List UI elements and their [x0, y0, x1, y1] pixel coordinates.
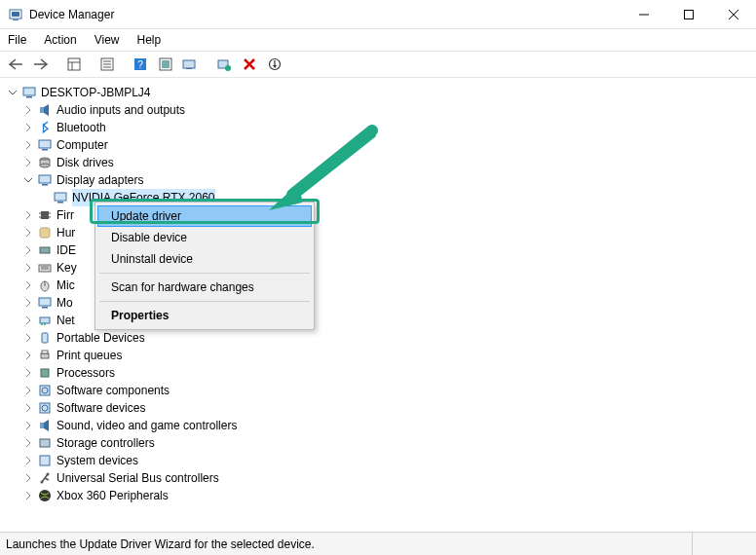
expander-icon[interactable] [21, 226, 35, 240]
device-category-icon [37, 453, 53, 468]
ctx-uninstall-device[interactable]: Uninstall device [97, 248, 312, 270]
category-label: Computer [57, 136, 108, 154]
tree-category[interactable]: Print queues [6, 347, 754, 364]
svg-rect-64 [40, 423, 44, 428]
expander-icon[interactable] [21, 401, 35, 415]
tree-category[interactable]: Xbox 360 Peripherals [6, 487, 754, 504]
expander-icon[interactable] [21, 454, 35, 467]
svg-rect-4 [685, 10, 694, 18]
category-label: Software components [57, 382, 170, 399]
device-category-icon [37, 225, 53, 240]
category-label: System devices [57, 452, 138, 469]
maximize-button[interactable] [666, 0, 711, 29]
expander-icon[interactable] [21, 296, 35, 310]
tree-category[interactable]: Software components [6, 382, 754, 399]
update-driver-button[interactable] [179, 53, 203, 76]
category-label: Sound, video and game controllers [57, 417, 237, 434]
tree-category[interactable]: Universal Serial Bus controllers [6, 469, 754, 487]
category-label: Firr [57, 206, 74, 224]
svg-point-34 [40, 164, 50, 167]
expander-icon[interactable] [21, 103, 35, 117]
menu-help[interactable]: Help [137, 33, 162, 47]
tree-category[interactable]: Processors [6, 364, 754, 382]
category-label: Net [57, 312, 75, 329]
disable-button[interactable] [263, 53, 286, 76]
category-label: Disk drives [57, 154, 114, 171]
svg-rect-38 [57, 202, 63, 204]
computer-icon [21, 85, 37, 100]
category-label: Storage controllers [57, 434, 155, 452]
expander-icon[interactable] [21, 489, 35, 502]
svg-marker-65 [44, 420, 49, 431]
svg-rect-45 [40, 247, 50, 253]
svg-rect-31 [42, 149, 48, 151]
device-category-icon [37, 365, 53, 381]
tree-category[interactable]: Sound, video and game controllers [6, 417, 754, 434]
svg-point-72 [39, 490, 51, 501]
forward-button[interactable] [29, 53, 53, 76]
expander-icon[interactable] [21, 349, 35, 362]
category-label: Xbox 360 Peripherals [57, 487, 169, 504]
expander-icon[interactable] [21, 121, 35, 134]
tree-category[interactable]: Bluetooth [6, 119, 754, 136]
help-button[interactable]: ? [129, 53, 152, 76]
expander-icon[interactable] [21, 138, 35, 152]
menu-view[interactable]: View [94, 33, 120, 47]
tree-category[interactable]: Disk drives [6, 154, 754, 171]
status-text: Launches the Update Driver Wizard for th… [6, 537, 692, 551]
tree-root[interactable]: DESKTOP-JBMPLJ4 [6, 84, 754, 101]
expander-icon[interactable] [21, 366, 35, 380]
svg-rect-37 [55, 193, 66, 201]
tree-category[interactable]: Software devices [6, 399, 754, 417]
svg-rect-57 [41, 353, 49, 358]
svg-marker-25 [273, 65, 277, 68]
menu-action[interactable]: Action [44, 33, 76, 47]
ctx-update-driver[interactable]: Update driver [97, 205, 312, 227]
tree-category[interactable]: System devices [6, 452, 754, 469]
svg-line-6 [729, 10, 738, 19]
tree-category[interactable]: Computer [6, 136, 754, 154]
expander-icon[interactable] [21, 173, 35, 187]
back-button[interactable] [4, 53, 27, 76]
tree-category[interactable]: Audio inputs and outputs [6, 101, 754, 119]
expander-icon[interactable] [21, 243, 35, 257]
uninstall-button[interactable] [238, 53, 261, 76]
ctx-disable-device[interactable]: Disable device [97, 227, 312, 248]
svg-rect-66 [40, 439, 50, 447]
expander-icon[interactable] [21, 208, 35, 222]
device-category-icon [37, 155, 53, 170]
device-category-icon [37, 488, 53, 503]
context-menu: Update driver Disable device Uninstall d… [94, 202, 315, 330]
svg-rect-28 [40, 107, 44, 113]
ctx-scan-hardware[interactable]: Scan for hardware changes [97, 277, 312, 298]
expander-icon[interactable] [21, 314, 35, 327]
device-category-icon [37, 435, 53, 451]
menu-file[interactable]: File [8, 33, 26, 47]
expander-icon[interactable] [21, 436, 35, 450]
svg-rect-27 [26, 96, 32, 98]
show-hide-tree-button[interactable] [62, 53, 86, 76]
show-hidden-devices-button[interactable] [154, 53, 177, 76]
expander-icon[interactable] [21, 384, 35, 397]
expander-icon[interactable] [21, 471, 35, 485]
expander-icon[interactable] [21, 331, 35, 345]
tree-category[interactable]: Portable Devices [6, 329, 754, 347]
ctx-separator [99, 273, 310, 274]
expander-icon[interactable] [21, 261, 35, 275]
expander-icon[interactable] [6, 86, 19, 99]
expander-icon[interactable] [21, 278, 35, 292]
properties-button[interactable] [95, 53, 119, 76]
svg-rect-67 [40, 456, 50, 465]
ctx-separator [99, 301, 310, 302]
scan-hardware-button[interactable] [212, 53, 236, 76]
category-label: Software devices [57, 399, 145, 417]
expander-icon[interactable] [21, 419, 35, 432]
status-cell [692, 533, 750, 555]
tree-category[interactable]: Display adapters [6, 171, 754, 189]
expander-icon[interactable] [21, 156, 35, 169]
ctx-properties[interactable]: Properties [97, 305, 312, 326]
minimize-button[interactable] [622, 0, 666, 29]
close-button[interactable] [711, 0, 756, 29]
svg-rect-53 [40, 317, 50, 323]
tree-category[interactable]: Storage controllers [6, 434, 754, 452]
